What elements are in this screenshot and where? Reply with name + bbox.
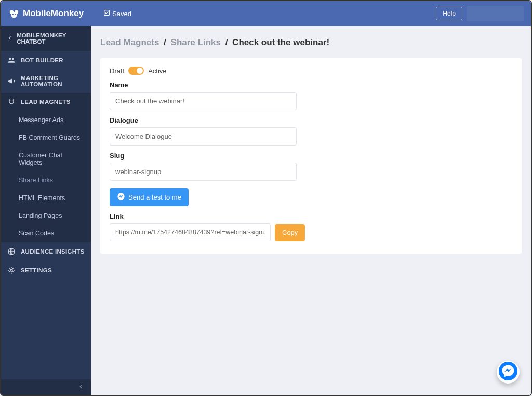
sidebar-item-settings[interactable]: SETTINGS — [1, 261, 91, 280]
sidebar-item-audience-insights[interactable]: AUDIENCE INSIGHTS — [1, 242, 91, 261]
top-bar: MobileMonkey Saved Help — [1, 1, 531, 26]
sidebar-sub-html-elements[interactable]: HTML Elements — [1, 189, 91, 207]
sidebar-item-marketing-automation[interactable]: MARKETING AUTOMATION — [1, 70, 91, 93]
breadcrumb-separator: / — [225, 37, 230, 47]
link-input[interactable] — [110, 223, 271, 241]
globe-icon — [7, 247, 16, 256]
svg-point-7 — [12, 58, 14, 60]
breadcrumb-current: Check out the webinar! — [232, 37, 329, 47]
name-label: Name — [110, 81, 512, 89]
sidebar: MOBILEMONKEY CHATBOT BOT BUILDER MARKETI… — [1, 26, 91, 395]
sidebar-item-label: HTML Elements — [19, 194, 65, 202]
send-test-label: Send a test to me — [128, 193, 181, 201]
gear-icon — [7, 266, 16, 274]
help-button[interactable]: Help — [436, 7, 462, 20]
breadcrumb-level-1[interactable]: Lead Magnets — [100, 37, 159, 47]
sidebar-sub-fb-comment-guards[interactable]: FB Comment Guards — [1, 129, 91, 147]
messenger-chat-bubble[interactable] — [497, 361, 520, 384]
dialogue-label: Dialogue — [110, 116, 512, 124]
form-card: Draft Active Name Dialogue Slug Send a t… — [100, 58, 522, 254]
main-content: Lead Magnets / Share Links / Check out t… — [91, 26, 531, 395]
svg-point-4 — [15, 14, 16, 16]
chevron-left-icon — [78, 384, 84, 391]
active-toggle[interactable] — [128, 67, 144, 75]
sidebar-item-label: SETTINGS — [21, 267, 52, 273]
copy-button[interactable]: Copy — [275, 224, 305, 241]
svg-point-3 — [12, 14, 14, 16]
svg-point-6 — [9, 58, 11, 60]
breadcrumb-separator: / — [164, 37, 168, 47]
magnet-icon — [7, 98, 16, 106]
sidebar-collapse[interactable] — [1, 379, 91, 395]
chatbot-back[interactable]: MOBILEMONKEY CHATBOT — [1, 26, 91, 51]
send-test-button[interactable]: Send a test to me — [110, 188, 189, 206]
saved-indicator: Saved — [103, 9, 131, 18]
sidebar-sub-messenger-ads[interactable]: Messenger Ads — [1, 111, 91, 129]
sidebar-item-label: LEAD MAGNETS — [21, 99, 71, 105]
monkey-icon — [8, 8, 20, 19]
megaphone-icon — [7, 77, 16, 85]
messenger-icon — [498, 361, 518, 383]
profile-menu[interactable] — [467, 6, 524, 21]
sidebar-item-lead-magnets[interactable]: LEAD MAGNETS — [1, 93, 91, 111]
sidebar-item-label: FB Comment Guards — [19, 134, 80, 141]
breadcrumb-level-2[interactable]: Share Links — [171, 37, 221, 47]
active-label: Active — [148, 67, 166, 75]
brand-name: MobileMonkey — [23, 8, 84, 19]
people-icon — [7, 56, 16, 64]
brand-logo[interactable]: MobileMonkey — [8, 8, 84, 19]
sidebar-item-label: AUDIENCE INSIGHTS — [21, 248, 85, 255]
sidebar-item-label: Landing Pages — [19, 212, 62, 219]
sidebar-item-label: Messenger Ads — [19, 116, 63, 124]
sidebar-item-label: MARKETING AUTOMATION — [21, 75, 85, 87]
slug-input[interactable] — [110, 163, 297, 181]
slug-label: Slug — [110, 152, 512, 160]
messenger-icon — [117, 192, 125, 202]
sidebar-item-label: Scan Codes — [19, 230, 54, 237]
sidebar-item-bot-builder[interactable]: BOT BUILDER — [1, 51, 91, 70]
sidebar-sub-share-links[interactable]: Share Links — [1, 171, 91, 189]
sidebar-sub-scan-codes[interactable]: Scan Codes — [1, 225, 91, 242]
breadcrumb: Lead Magnets / Share Links / Check out t… — [100, 37, 522, 48]
chatbot-label: MOBILEMONKEY CHATBOT — [17, 32, 85, 45]
sidebar-sub-landing-pages[interactable]: Landing Pages — [1, 207, 91, 225]
svg-point-2 — [11, 12, 17, 18]
dialogue-select[interactable] — [110, 127, 297, 146]
check-icon — [103, 9, 110, 18]
saved-label: Saved — [112, 10, 131, 18]
draft-label: Draft — [110, 67, 124, 75]
svg-point-9 — [10, 269, 12, 271]
sidebar-item-label: Share Links — [19, 177, 53, 184]
sidebar-item-label: BOT BUILDER — [21, 57, 63, 63]
sidebar-item-label: Customer Chat Widgets — [19, 152, 85, 166]
chevron-left-icon — [7, 35, 12, 42]
sidebar-sub-customer-chat-widgets[interactable]: Customer Chat Widgets — [1, 147, 91, 171]
name-input[interactable] — [110, 92, 297, 110]
link-label: Link — [110, 213, 512, 220]
